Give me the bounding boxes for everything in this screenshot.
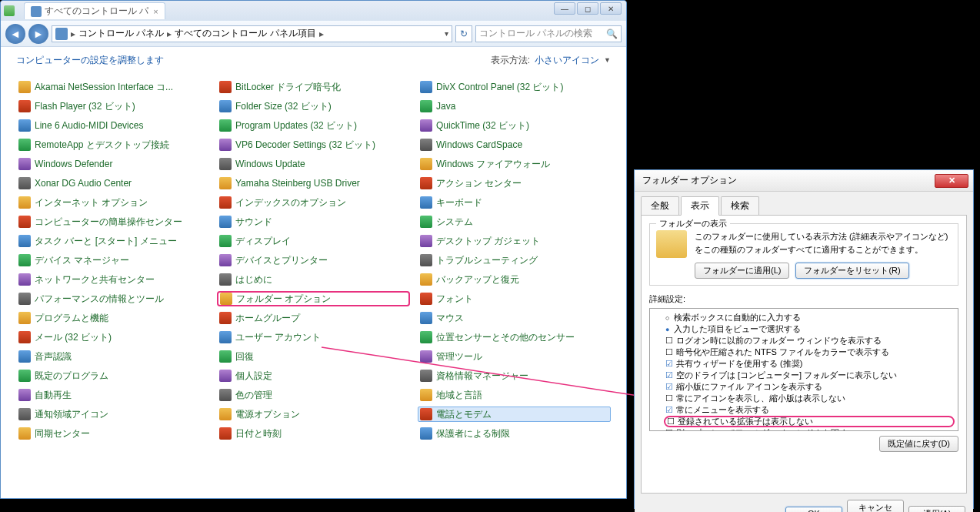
breadcrumb-item[interactable]: すべてのコントロール パネル項目 bbox=[175, 27, 315, 40]
tab-search[interactable]: 検索 bbox=[721, 196, 759, 216]
control-panel-item[interactable]: フォント bbox=[418, 291, 611, 306]
control-panel-item[interactable]: Flash Player (32 ビット) bbox=[16, 99, 209, 114]
tree-checkbox-item[interactable]: 縮小版にファイル アイコンを表示する bbox=[653, 381, 955, 393]
control-panel-item[interactable]: 位置センサーとその他のセンサー bbox=[418, 330, 611, 345]
control-panel-item[interactable]: トラブルシューティング bbox=[418, 253, 611, 268]
restore-defaults-button[interactable]: 既定値に戻す(D) bbox=[879, 436, 958, 452]
control-panel-item[interactable]: Xonar DG Audio Center bbox=[16, 176, 209, 191]
control-panel-item[interactable]: ホームグループ bbox=[217, 310, 410, 326]
control-panel-item[interactable]: Program Updates (32 ビット) bbox=[217, 118, 410, 133]
control-panel-item[interactable]: 同期センター bbox=[16, 426, 209, 441]
tab-close-icon[interactable]: × bbox=[153, 7, 158, 16]
chevron-right-icon[interactable]: ▸ bbox=[71, 28, 75, 39]
chevron-right-icon[interactable]: ▸ bbox=[319, 28, 324, 39]
control-panel-item[interactable]: Windows ファイアウォール bbox=[418, 156, 611, 172]
control-panel-item[interactable]: 保護者による制限 bbox=[418, 426, 611, 441]
tree-radio-item[interactable]: 検索ボックスに自動的に入力する bbox=[653, 312, 955, 323]
tree-checkbox-item[interactable]: 暗号化や圧縮された NTFS ファイルをカラーで表示する bbox=[653, 346, 955, 358]
tree-checkbox-item[interactable]: ログオン時に以前のフォルダー ウィンドウを表示する bbox=[653, 335, 955, 346]
refresh-button[interactable]: ↻ bbox=[455, 25, 472, 42]
back-button[interactable]: ◄ bbox=[5, 24, 25, 44]
control-panel-item[interactable]: 電話とモデム bbox=[418, 407, 611, 422]
tree-checkbox-item[interactable]: 別のプロセスでフォルダー ウィンドウを開く bbox=[653, 427, 955, 431]
control-panel-item[interactable]: Windows Update bbox=[217, 156, 410, 172]
control-panel-item[interactable]: ネットワークと共有センター bbox=[16, 272, 209, 287]
dialog-titlebar[interactable]: フォルダー オプション ✕ bbox=[635, 170, 973, 192]
control-panel-item[interactable]: コンピューターの簡単操作センター bbox=[16, 214, 209, 229]
control-panel-item[interactable]: 回復 bbox=[217, 349, 410, 364]
cancel-button[interactable]: キャンセル bbox=[847, 500, 904, 512]
control-panel-item[interactable]: 個人設定 bbox=[217, 368, 410, 383]
control-panel-item[interactable]: 音声認識 bbox=[16, 349, 209, 364]
control-panel-item[interactable]: ディスプレイ bbox=[217, 233, 410, 249]
titlebar[interactable]: すべてのコントロール パ × — ◻ ✕ bbox=[1, 1, 626, 21]
control-panel-item[interactable]: パフォーマンスの情報とツール bbox=[16, 291, 209, 306]
view-value[interactable]: 小さいアイコン bbox=[535, 54, 599, 67]
control-panel-item[interactable]: RemoteApp とデスクトップ接続 bbox=[16, 137, 209, 152]
chevron-right-icon[interactable]: ▸ bbox=[167, 28, 172, 39]
control-panel-item[interactable]: システム bbox=[418, 214, 611, 229]
advanced-settings-tree[interactable]: 検索ボックスに自動的に入力する入力した項目をビューで選択するログオン時に以前のフ… bbox=[649, 308, 958, 431]
control-panel-item[interactable]: QuickTime (32 ビット) bbox=[418, 118, 611, 133]
control-panel-item[interactable]: VP6 Decoder Settings (32 ビット) bbox=[217, 137, 410, 152]
control-panel-item[interactable]: バックアップと復元 bbox=[418, 272, 611, 287]
control-panel-item[interactable]: インターネット オプション bbox=[16, 195, 209, 210]
control-panel-item[interactable]: 自動再生 bbox=[16, 387, 209, 403]
tree-radio-item[interactable]: 入力した項目をビューで選択する bbox=[653, 323, 955, 335]
control-panel-item[interactable]: マウス bbox=[418, 310, 611, 326]
chevron-down-icon[interactable]: ▾ bbox=[445, 29, 448, 38]
search-icon[interactable]: 🔍 bbox=[606, 28, 618, 39]
control-panel-item[interactable]: インデックスのオプション bbox=[217, 195, 410, 210]
search-input[interactable]: コントロール パネルの検索 🔍 bbox=[475, 25, 622, 42]
control-panel-item[interactable]: サウンド bbox=[217, 214, 410, 229]
reset-folders-button[interactable]: フォルダーをリセット(R) bbox=[795, 263, 908, 279]
control-panel-item[interactable]: 電源オプション bbox=[217, 407, 410, 422]
chevron-down-icon[interactable]: ▼ bbox=[604, 56, 611, 64]
control-panel-item[interactable]: Akamai NetSession Interface コ... bbox=[16, 79, 209, 95]
control-panel-item[interactable]: アクション センター bbox=[418, 176, 611, 191]
control-panel-item[interactable]: キーボード bbox=[418, 195, 611, 210]
control-panel-item[interactable]: 既定のプログラム bbox=[16, 368, 209, 383]
control-panel-item[interactable]: デバイス マネージャー bbox=[16, 253, 209, 268]
control-panel-item[interactable]: タスク バーと [スタート] メニュー bbox=[16, 233, 209, 249]
control-panel-item[interactable]: Line 6 Audio-MIDI Devices bbox=[16, 118, 209, 133]
control-panel-item[interactable]: はじめに bbox=[217, 272, 410, 287]
breadcrumb[interactable]: ▸ コントロール パネル ▸ すべてのコントロール パネル項目 ▸ ▾ bbox=[52, 25, 452, 42]
control-panel-item[interactable]: Windows Defender bbox=[16, 156, 209, 172]
control-panel-item[interactable]: Java bbox=[418, 99, 611, 114]
tree-checkbox-item[interactable]: 常にアイコンを表示し、縮小版は表示しない bbox=[653, 393, 955, 404]
control-panel-item[interactable]: 資格情報マネージャー bbox=[418, 368, 611, 383]
forward-button[interactable]: ► bbox=[28, 24, 48, 44]
control-panel-item[interactable]: Folder Size (32 ビット) bbox=[217, 99, 410, 114]
tree-checkbox-item[interactable]: 空のドライブは [コンピューター] フォルダーに表示しない bbox=[653, 370, 955, 381]
apply-button[interactable]: 適用(A) bbox=[908, 506, 965, 513]
apply-to-folders-button[interactable]: フォルダーに適用(L) bbox=[695, 263, 789, 279]
control-panel-item[interactable]: ユーザー アカウント bbox=[217, 330, 410, 345]
browser-tab[interactable]: すべてのコントロール パ × bbox=[24, 2, 165, 19]
control-panel-item[interactable]: DivX Control Panel (32 ビット) bbox=[418, 79, 611, 95]
dialog-close-button[interactable]: ✕ bbox=[935, 174, 968, 188]
tree-checkbox-item[interactable]: 登録されている拡張子は表示しない bbox=[664, 416, 955, 427]
tab-view[interactable]: 表示 bbox=[681, 196, 719, 216]
control-panel-item[interactable]: 管理ツール bbox=[418, 349, 611, 364]
tree-checkbox-item[interactable]: 常にメニューを表示する bbox=[653, 404, 955, 416]
tree-checkbox-item[interactable]: 共有ウィザードを使用する (推奨) bbox=[653, 358, 955, 370]
breadcrumb-item[interactable]: コントロール パネル bbox=[78, 27, 164, 40]
control-panel-item[interactable]: メール (32 ビット) bbox=[16, 330, 209, 345]
minimize-button[interactable]: — bbox=[554, 2, 575, 15]
control-panel-item[interactable]: デバイスとプリンター bbox=[217, 253, 410, 268]
control-panel-item[interactable]: 地域と言語 bbox=[418, 387, 611, 403]
tab-general[interactable]: 全般 bbox=[641, 196, 679, 216]
close-button[interactable]: ✕ bbox=[600, 2, 622, 15]
control-panel-item[interactable]: 日付と時刻 bbox=[217, 426, 410, 441]
control-panel-item[interactable]: デスクトップ ガジェット bbox=[418, 233, 611, 249]
control-panel-item[interactable]: プログラムと機能 bbox=[16, 310, 209, 326]
maximize-button[interactable]: ◻ bbox=[577, 2, 598, 15]
control-panel-item[interactable]: Yamaha Steinberg USB Driver bbox=[217, 176, 410, 191]
control-panel-item[interactable]: BitLocker ドライブ暗号化 bbox=[217, 79, 410, 95]
control-panel-item[interactable]: 通知領域アイコン bbox=[16, 407, 209, 422]
control-panel-item[interactable]: フォルダー オプション bbox=[217, 291, 410, 306]
ok-button[interactable]: OK bbox=[785, 507, 842, 512]
control-panel-item[interactable]: Windows CardSpace bbox=[418, 137, 611, 152]
control-panel-item[interactable]: 色の管理 bbox=[217, 387, 410, 403]
